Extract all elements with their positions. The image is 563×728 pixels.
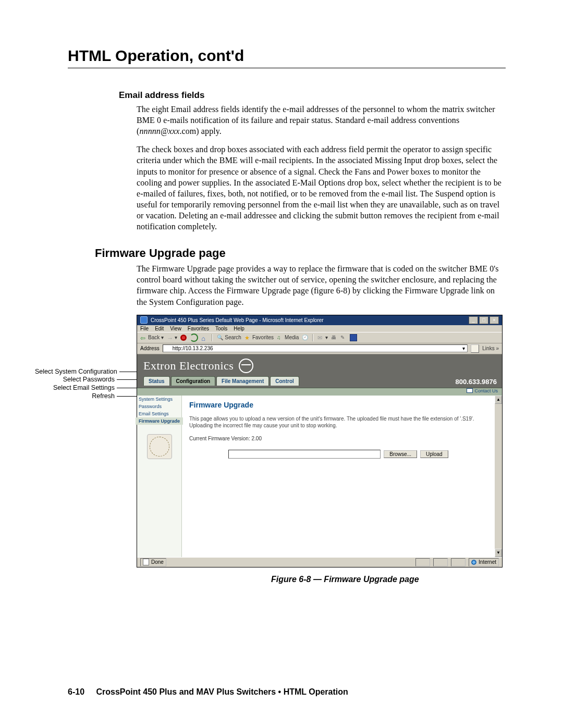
menu-file[interactable]: File [140, 326, 149, 331]
main-pane: Firmware Upgrade This page allows you to… [182, 396, 495, 557]
maximize-button[interactable]: □ [479, 316, 488, 324]
history-icon [302, 335, 308, 341]
close-button[interactable]: × [489, 316, 499, 324]
email-fields-para-1em: nnnnn@xxx [139, 127, 179, 135]
address-value: http://10.13.2.236 [173, 346, 213, 351]
forward-icon [167, 335, 173, 341]
support-phone: 800.633.9876 [455, 378, 497, 386]
browse-button[interactable]: Browse... [384, 450, 417, 458]
edit-button[interactable] [340, 335, 347, 341]
content-area: System Settings Passwords Email Settings… [137, 396, 502, 557]
status-cell-3 [451, 558, 466, 566]
stop-icon [180, 335, 187, 341]
brand-bar: Extron Electronics Status Configuration … [137, 354, 502, 388]
tab-file-management[interactable]: File Management [216, 376, 269, 386]
envelope-icon [467, 388, 473, 393]
page-title: HTML Operation, cont'd [68, 47, 506, 65]
internet-zone-icon [471, 560, 476, 565]
go-button[interactable] [471, 344, 479, 353]
history-button[interactable] [302, 335, 308, 341]
menubar[interactable]: File Edit View Favorites Tools Help [137, 325, 502, 332]
media-button[interactable]: Media [277, 335, 299, 341]
favorites-button[interactable]: Favorites [244, 335, 274, 341]
favorites-icon [244, 335, 251, 341]
back-button[interactable]: Back ▾ [140, 335, 164, 341]
toolbar: Back ▾ ▾ Search Favorites Media ▾ [137, 332, 502, 343]
ie-page-icon [165, 346, 170, 351]
print-icon [331, 335, 337, 341]
status-bar: Done Internet [137, 557, 502, 567]
email-fields-para-1: The eight Email address fields identify … [137, 104, 506, 137]
media-icon [277, 335, 283, 341]
sidebar-item-system-settings[interactable]: System Settings [136, 396, 183, 403]
email-fields-para-2: The check boxes and drop boxes associate… [137, 144, 506, 232]
stop-button[interactable] [180, 335, 187, 341]
tab-configuration[interactable]: Configuration [171, 376, 216, 386]
address-label: Address [140, 346, 160, 351]
callout-system-config: Select System Configuration [35, 368, 137, 376]
word-icon [350, 334, 357, 341]
sidebar-item-passwords[interactable]: Passwords [136, 403, 183, 410]
callout-passwords: Select Passwords [35, 376, 137, 384]
print-button[interactable] [331, 335, 337, 341]
figure-6-8: Select System Configuration Select Passw… [137, 315, 501, 567]
footer-text: CrossPoint 450 Plus and MAV Plus Switche… [96, 687, 348, 696]
menu-view[interactable]: View [170, 326, 181, 331]
current-firmware-version: Current Firmware Version: 2.00 [189, 436, 487, 441]
word-button[interactable] [350, 334, 357, 341]
mail-button[interactable]: ▾ [317, 335, 328, 341]
tab-status[interactable]: Status [143, 376, 170, 386]
minimize-button[interactable]: _ [469, 316, 478, 324]
upload-button[interactable]: Upload [420, 450, 448, 458]
links-toggle[interactable]: Links » [482, 346, 499, 351]
refresh-seal-icon[interactable] [147, 434, 172, 459]
contact-us-link[interactable]: Contact Us [467, 388, 498, 393]
tab-subbar: Contact Us [137, 388, 502, 396]
firmware-upgrade-heading: Firmware Upgrade [189, 401, 487, 409]
sidebar-item-firmware-upgrade[interactable]: Firmware Upgrade [136, 417, 183, 425]
config-sidebar: System Settings Passwords Email Settings… [137, 396, 182, 557]
home-icon [201, 335, 207, 341]
figure-caption: Figure 6-8 — Firmware Upgrade page [271, 575, 506, 584]
status-cell-1 [415, 558, 430, 566]
refresh-icon [190, 334, 198, 342]
callout-refresh: Refresh [35, 392, 137, 401]
address-bar: Address http://10.13.2.236 ▾ Links » [137, 343, 502, 354]
mail-icon [317, 335, 324, 341]
scroll-up-button[interactable]: ▲ [495, 396, 502, 404]
window-title: CrossPoint 450 Plus Series Default Web P… [151, 317, 324, 323]
firmware-heading: Firmware Upgrade page [95, 246, 506, 260]
home-button[interactable] [201, 335, 207, 341]
brand-text: Extron Electronics [143, 359, 234, 373]
search-button[interactable]: Search [217, 335, 241, 341]
figure-callouts: Select System Configuration Select Passw… [35, 368, 137, 401]
edit-icon [340, 335, 347, 341]
ie-window: CrossPoint 450 Plus Series Default Web P… [137, 315, 503, 567]
menu-edit[interactable]: Edit [155, 326, 164, 331]
vertical-scrollbar[interactable]: ▲ ▼ [495, 396, 502, 557]
page-footer: 6-10 CrossPoint 450 Plus and MAV Plus Sw… [68, 687, 506, 697]
status-done: Done [140, 558, 166, 566]
titlebar[interactable]: CrossPoint 450 Plus Series Default Web P… [137, 315, 502, 325]
status-cell-2 [433, 558, 448, 566]
ie-icon [140, 316, 148, 324]
scroll-down-button[interactable]: ▼ [495, 549, 502, 557]
menu-help[interactable]: Help [234, 326, 244, 331]
brand-logo-icon [239, 359, 253, 373]
email-fields-heading: Email address fields [119, 90, 506, 101]
search-icon [217, 335, 223, 341]
status-zone: Internet [469, 558, 499, 566]
page-icon [143, 559, 149, 565]
refresh-button[interactable] [190, 334, 198, 342]
page-number: 6-10 [68, 687, 84, 696]
firmware-file-input[interactable] [228, 450, 381, 459]
email-fields-para-1b: .com) apply. [179, 127, 222, 135]
title-rule [68, 68, 506, 68]
menu-favorites[interactable]: Favorites [188, 326, 209, 331]
sidebar-item-email-settings[interactable]: Email Settings [136, 410, 183, 417]
address-input[interactable]: http://10.13.2.236 ▾ [163, 344, 468, 352]
menu-tools[interactable]: Tools [215, 326, 227, 331]
forward-button[interactable]: ▾ [167, 335, 177, 341]
tab-control[interactable]: Control [270, 376, 299, 386]
firmware-para: The Firmware Upgrade page provides a way… [137, 263, 506, 307]
